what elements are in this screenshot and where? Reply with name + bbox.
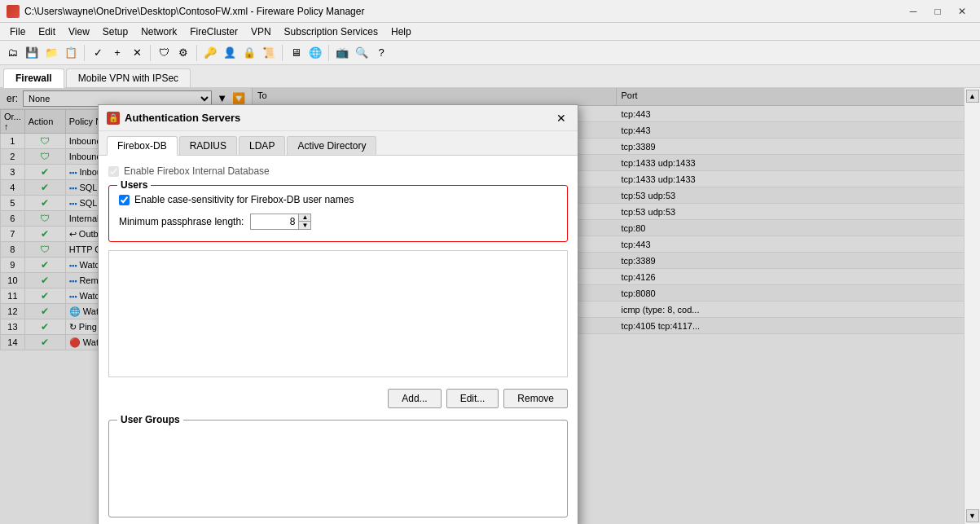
close-button[interactable]: ✕ <box>951 3 973 20</box>
toolbar-help-btn[interactable]: ? <box>372 44 390 62</box>
toolbar-lock-btn[interactable]: 🔒 <box>240 44 258 62</box>
toolbar-user-btn[interactable]: 👤 <box>221 44 239 62</box>
action-buttons: Add... Edit... Remove <box>108 389 568 408</box>
enable-firebox-db-label: Enable Firebox Internal Database <box>124 165 270 177</box>
tab-firewall[interactable]: Firewall <box>3 68 64 88</box>
case-sensitivity-checkbox[interactable] <box>119 195 130 205</box>
min-passphrase-input[interactable] <box>250 214 299 230</box>
app-tabs: Firewall Mobile VPN with IPSec <box>0 65 980 88</box>
menubar: File Edit View Setup Network FireCluster… <box>0 23 980 41</box>
scroll-up-button[interactable]: ▲ <box>966 90 979 103</box>
dialog-title-text: Authentication Servers <box>125 112 240 124</box>
case-sensitivity-label: Enable case-sensitivity for Firebox-DB u… <box>134 194 354 205</box>
toolbar-open-btn[interactable]: 🗂 <box>3 44 21 62</box>
users-group-label: Users <box>117 179 151 191</box>
toolbar-net-btn[interactable]: 🌐 <box>306 44 324 62</box>
add-button[interactable]: Add... <box>388 389 441 408</box>
maximize-button[interactable]: □ <box>926 3 949 20</box>
toolbar-monitor-btn[interactable]: 🖥 <box>287 44 305 62</box>
auth-servers-dialog: 🔒 Authentication Servers ✕ Firebox-DB RA… <box>98 104 578 524</box>
enable-firebox-db-row: Enable Firebox Internal Database <box>108 165 568 177</box>
toolbar-add-btn[interactable]: + <box>108 44 126 62</box>
minimize-button[interactable]: ─ <box>902 3 925 20</box>
toolbar-folder-btn[interactable]: 📁 <box>42 44 60 62</box>
dialog-tab-radius[interactable]: RADIUS <box>179 136 237 155</box>
scroll-down-button[interactable]: ▼ <box>966 509 979 522</box>
remove-button[interactable]: Remove <box>503 389 568 408</box>
menu-subscription[interactable]: Subscription Services <box>278 24 385 39</box>
toolbar-sep1 <box>84 45 85 61</box>
menu-edit[interactable]: Edit <box>32 24 62 39</box>
case-sensitivity-row: Enable case-sensitivity for Firebox-DB u… <box>119 194 557 205</box>
min-passphrase-row: Minimum passphrase length: ▲ ▼ <box>119 214 557 230</box>
dialog-tab-ldap[interactable]: LDAP <box>239 136 285 155</box>
toolbar-delete-btn[interactable]: ✕ <box>128 44 146 62</box>
spinner-arrows: ▲ ▼ <box>299 214 311 230</box>
toolbar-fw-btn[interactable]: 🛡 <box>155 44 173 62</box>
user-list-area[interactable] <box>108 250 568 377</box>
toolbar-sep4 <box>282 45 283 61</box>
dialog-overlay: 🔒 Authentication Servers ✕ Firebox-DB RA… <box>0 88 980 524</box>
dialog-close-button[interactable]: ✕ <box>553 110 569 126</box>
menu-network[interactable]: Network <box>134 24 183 39</box>
toolbar-save-btn[interactable]: 💾 <box>23 44 41 62</box>
min-passphrase-label: Minimum passphrase length: <box>119 216 244 227</box>
dialog-tab-activedir[interactable]: Active Directory <box>287 136 376 155</box>
toolbar-cluster-btn[interactable]: ⚙ <box>174 44 192 62</box>
toolbar-check-btn[interactable]: ✓ <box>89 44 107 62</box>
titlebar: C:\Users\wayne\OneDrive\Desktop\ContosoF… <box>0 0 980 23</box>
toolbar-cert-btn[interactable]: 📜 <box>260 44 278 62</box>
toolbar-sep5 <box>328 45 329 61</box>
menu-view[interactable]: View <box>62 24 96 39</box>
toolbar-sep3 <box>196 45 197 61</box>
toolbar-search-btn[interactable]: 🔍 <box>353 44 371 62</box>
toolbar-key-btn[interactable]: 🔑 <box>201 44 219 62</box>
spinner-down-button[interactable]: ▼ <box>299 222 310 229</box>
user-groups-label: User Groups <box>117 414 183 425</box>
menu-vpn[interactable]: VPN <box>244 24 278 39</box>
users-group-box: Users Enable case-sensitivity for Firebo… <box>108 185 568 242</box>
min-passphrase-spinner: ▲ ▼ <box>250 214 311 230</box>
toolbar-save2-btn[interactable]: 📋 <box>62 44 80 62</box>
scroll-arrows: ▲ ▼ <box>964 88 980 524</box>
toolbar-screen-btn[interactable]: 📺 <box>333 44 351 62</box>
user-groups-box: User Groups <box>108 420 568 517</box>
dialog-title-left: 🔒 Authentication Servers <box>107 112 240 125</box>
menu-help[interactable]: Help <box>385 24 418 39</box>
dialog-tabs: Firebox-DB RADIUS LDAP Active Directory <box>99 131 578 156</box>
edit-button[interactable]: Edit... <box>446 389 499 408</box>
dialog-icon: 🔒 <box>107 112 120 125</box>
toolbar-sep2 <box>150 45 151 61</box>
dialog-tab-fireboxdb[interactable]: Firebox-DB <box>107 136 178 156</box>
app-icon <box>7 5 20 18</box>
menu-setup[interactable]: Setup <box>96 24 134 39</box>
tab-mobile-vpn[interactable]: Mobile VPN with IPSec <box>66 68 191 87</box>
dialog-content: Enable Firebox Internal Database Users E… <box>99 156 578 524</box>
toolbar: 🗂 💾 📁 📋 ✓ + ✕ 🛡 ⚙ 🔑 👤 🔒 📜 🖥 🌐 📺 🔍 ? <box>0 41 980 65</box>
menu-file[interactable]: File <box>3 24 32 39</box>
dialog-titlebar: 🔒 Authentication Servers ✕ <box>99 105 578 131</box>
menu-firecluster[interactable]: FireCluster <box>183 24 244 39</box>
main-area: er: None Allow Deny ▼ 🔽 Or... ↑ Action P… <box>0 88 980 524</box>
enable-firebox-db-checkbox <box>108 166 119 177</box>
titlebar-controls: ─ □ ✕ <box>902 3 973 20</box>
titlebar-left: C:\Users\wayne\OneDrive\Desktop\ContosoF… <box>7 5 364 18</box>
spinner-up-button[interactable]: ▲ <box>299 214 310 222</box>
window-title: C:\Users\wayne\OneDrive\Desktop\ContosoF… <box>24 6 364 17</box>
